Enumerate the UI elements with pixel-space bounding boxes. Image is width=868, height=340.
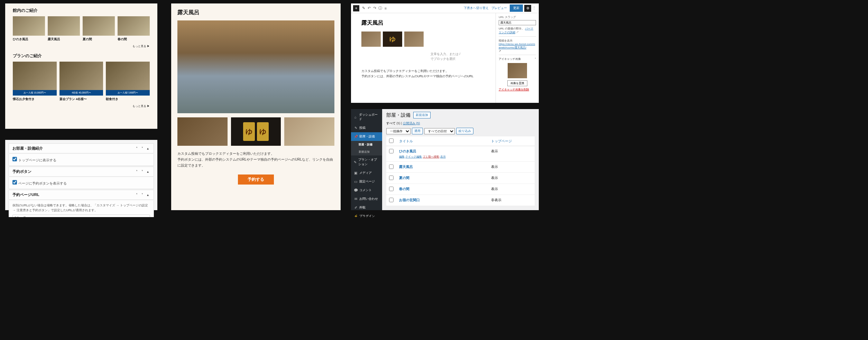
pencil-icon[interactable]: ✎ — [361, 6, 366, 10]
checkbox-input[interactable] — [389, 138, 394, 143]
chevron-icons[interactable]: ˄ ˅ ▴ — [136, 170, 150, 173]
gallery-image[interactable] — [404, 32, 424, 47]
plan-item[interactable]: お一人様7,000円〜朝食付き — [106, 62, 150, 101]
date-filter-select[interactable]: すべての日付 — [424, 128, 455, 134]
editor-canvas[interactable]: 露天風呂 ゆ 文章を入力、または / でブロックを選択 カスタム投稿でもブロック… — [351, 13, 496, 103]
submenu-rooms-add[interactable]: 新規追加 — [351, 148, 382, 155]
eyecatch-preview[interactable] — [508, 63, 527, 78]
update-button[interactable]: 更新 — [510, 5, 523, 12]
room-item[interactable]: 夏の間 — [83, 16, 115, 42]
row-title[interactable]: お宿の玄関口 — [399, 198, 420, 202]
row-title[interactable]: ひのき風呂 — [399, 149, 416, 153]
post-title[interactable]: 露天風呂 — [361, 19, 485, 27]
row-title[interactable]: 露天風呂 — [399, 165, 413, 169]
gallery-block[interactable]: ゆ — [361, 32, 485, 47]
menu-media[interactable]: ▣メディア — [351, 169, 382, 177]
more-link[interactable]: もっと見る ▶ — [13, 104, 150, 108]
trash-link[interactable]: ゴミ箱へ移動 — [423, 155, 439, 158]
checkbox-input[interactable] — [12, 180, 17, 185]
list-icon[interactable]: ≡ — [383, 6, 388, 10]
reserve-url-input[interactable] — [12, 215, 150, 217]
gallery-image[interactable] — [361, 32, 381, 47]
slug-input[interactable] — [499, 20, 536, 25]
rooms-section-title: 館内のご紹介 — [13, 8, 150, 14]
more-link[interactable]: もっと見る ▶ — [13, 44, 150, 48]
filter-all[interactable]: すべて — [386, 122, 396, 125]
room-item[interactable]: 春の間 — [118, 16, 150, 42]
row-title[interactable]: 春の間 — [399, 187, 409, 191]
info-icon[interactable]: ⓘ — [377, 6, 383, 11]
show-on-top-checkbox[interactable]: トップページに表示する — [12, 158, 56, 162]
plans-section-title: プランのご紹介 — [13, 53, 150, 59]
col-title[interactable]: タイトル — [396, 136, 488, 146]
row-title[interactable]: 夏の間 — [399, 176, 409, 180]
menu-contact[interactable]: ✉お問い合わせ — [351, 195, 382, 203]
show-reserve-checkbox[interactable]: ページに予約ボタンを表示する — [12, 181, 67, 185]
table-row[interactable]: 夏の間表示 — [386, 173, 535, 184]
paragraph-block[interactable]: 予約ボタンには、外部の予約システムのURLやテーマ独自の予約ページへのURL — [361, 74, 485, 79]
menu-plugins[interactable]: ⚡プラグイン — [351, 212, 382, 217]
undo-icon[interactable]: ↶ — [366, 6, 372, 10]
checkbox-input[interactable] — [12, 157, 17, 161]
plan-item[interactable]: 4名様 40,000円〜宴会プラン 4名様〜 — [59, 62, 103, 101]
filter-published[interactable]: 公開済み (5) — [403, 122, 420, 125]
switch-draft-link[interactable]: 下書きへ切り替え — [464, 6, 489, 10]
menu-appearance[interactable]: ✐外観 — [351, 203, 382, 212]
view-link[interactable]: 表示 — [440, 155, 446, 158]
gallery-thumb[interactable] — [177, 117, 228, 146]
reserve-button[interactable]: 予約する — [238, 175, 274, 185]
gallery-thumb[interactable] — [284, 117, 334, 146]
room-item[interactable]: ひのき風呂 — [13, 16, 45, 42]
room-label: 春の間 — [118, 37, 150, 42]
edit-link[interactable]: 編集 — [399, 155, 405, 158]
paragraph-block[interactable]: カスタム投稿でもブロックエディターをご利用いただけます。 — [361, 69, 485, 74]
add-block-button[interactable]: + — [353, 5, 359, 11]
table-row[interactable]: 春の間表示 — [386, 184, 535, 195]
table-row[interactable]: お宿の玄関口非表示 — [386, 195, 535, 206]
admin-content: 部屋・設備 新規追加 すべて (5) | 公開済み (5) 一括操作 適用 すべ… — [382, 109, 539, 210]
quickedit-link[interactable]: クイック編集 — [405, 155, 422, 158]
apply-button[interactable]: 適用 — [412, 128, 423, 134]
metabox-header[interactable]: お部屋・設備紹介˄ ˅ ▴ — [9, 143, 154, 153]
metabox-header[interactable]: 予約ページURL˄ ˅ ▴ — [9, 190, 154, 200]
filter-button[interactable]: 絞り込み — [456, 128, 473, 134]
table-row[interactable]: ひのき風呂編集 クイック編集 ゴミ箱へ移動 表示表示 — [386, 146, 535, 162]
menu-dashboard[interactable]: ⌂ダッシュボード — [351, 110, 382, 124]
submenu-rooms-list[interactable]: 部屋・設備 — [351, 141, 382, 148]
settings-gear-button[interactable]: ⚙ — [524, 5, 531, 12]
chevron-icons[interactable]: ˄ ˅ ▴ — [136, 146, 150, 150]
add-new-button[interactable]: 新規追加 — [413, 112, 431, 118]
room-item[interactable]: 露天風呂 — [48, 16, 80, 42]
table-row[interactable]: 露天風呂表示 — [386, 162, 535, 173]
mail-icon: ✉ — [354, 197, 358, 201]
gallery-thumb[interactable]: ゆゆ — [231, 117, 281, 146]
redo-icon[interactable]: ↷ — [372, 6, 377, 10]
row-checkbox[interactable] — [389, 164, 394, 169]
more-icon[interactable]: ⋮ — [531, 6, 537, 10]
comment-icon: 💬 — [354, 188, 358, 192]
metabox-header[interactable]: 予約ボタン˄ ˅ ▴ — [9, 167, 154, 177]
row-checkbox[interactable] — [389, 187, 394, 191]
menu-plans[interactable]: ✎プラン・オプション — [351, 155, 382, 169]
menu-comments[interactable]: 💬コメント — [351, 186, 382, 195]
bulk-action-select[interactable]: 一括操作 — [386, 128, 410, 134]
chevron-icons[interactable]: ˄ ˅ ▴ — [136, 193, 150, 197]
row-checkbox[interactable] — [389, 176, 394, 180]
preview-link[interactable]: プレビュー — [491, 6, 507, 10]
menu-pages[interactable]: ▭固定ページ — [351, 177, 382, 186]
replace-image-button[interactable]: 画像を置換 — [507, 80, 527, 86]
plans-grid: お一人様 10,000円〜懐石お夕食付き 4名様 40,000円〜宴会プラン 4… — [13, 62, 150, 101]
col-toppage[interactable]: トップページ — [488, 136, 535, 146]
delete-eyecatch-link[interactable]: アイキャッチ画像を削除 — [499, 88, 536, 91]
select-all-checkbox[interactable] — [386, 136, 396, 146]
menu-rooms[interactable]: 📌部屋・設備 — [351, 132, 382, 141]
menu-posts[interactable]: ✎投稿 — [351, 124, 382, 132]
chevron-up-icon[interactable]: ˄ — [535, 57, 536, 61]
block-placeholder[interactable]: 文章を入力、または / でブロックを選択 — [431, 52, 485, 62]
row-checkbox[interactable] — [389, 198, 394, 202]
row-checkbox[interactable] — [389, 149, 394, 153]
preview-url-link[interactable]: https://demo.wp-forest.com/maneki/rooms/… — [499, 43, 536, 50]
admin-list-panel: ⌂ダッシュボード ✎投稿 📌部屋・設備 部屋・設備 新規追加 ✎プラン・オプショ… — [351, 109, 539, 210]
plan-item[interactable]: お一人様 10,000円〜懐石お夕食付き — [13, 62, 57, 101]
gallery-image[interactable]: ゆ — [383, 32, 402, 47]
